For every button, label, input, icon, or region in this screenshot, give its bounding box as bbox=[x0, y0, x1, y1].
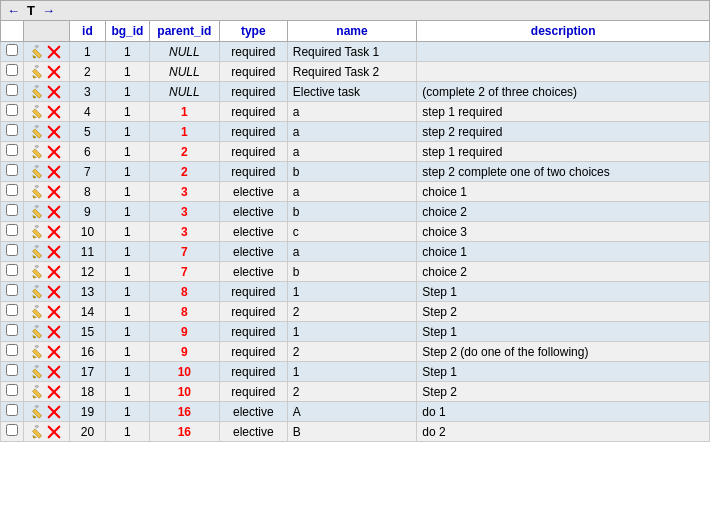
row-checkbox-cell bbox=[1, 382, 24, 402]
row-checkbox[interactable] bbox=[6, 244, 18, 256]
edit-icon[interactable] bbox=[31, 265, 45, 279]
delete-icon[interactable] bbox=[47, 145, 61, 159]
row-checkbox[interactable] bbox=[6, 264, 18, 276]
delete-icon[interactable] bbox=[47, 245, 61, 259]
row-actions-cell bbox=[24, 302, 70, 322]
row-checkbox[interactable] bbox=[6, 304, 18, 316]
row-parent-id: 1 bbox=[149, 102, 219, 122]
delete-icon[interactable] bbox=[47, 205, 61, 219]
row-id: 15 bbox=[69, 322, 105, 342]
edit-icon[interactable] bbox=[31, 285, 45, 299]
row-checkbox[interactable] bbox=[6, 84, 18, 96]
delete-icon[interactable] bbox=[47, 285, 61, 299]
row-checkbox[interactable] bbox=[6, 184, 18, 196]
delete-icon[interactable] bbox=[47, 425, 61, 439]
edit-icon[interactable] bbox=[31, 85, 45, 99]
edit-icon[interactable] bbox=[31, 405, 45, 419]
delete-icon[interactable] bbox=[47, 225, 61, 239]
delete-icon[interactable] bbox=[47, 85, 61, 99]
edit-icon[interactable] bbox=[31, 325, 45, 339]
edit-icon[interactable] bbox=[31, 425, 45, 439]
row-type: required bbox=[219, 322, 287, 342]
row-checkbox[interactable] bbox=[6, 44, 18, 56]
table-row: 17110required1Step 1 bbox=[1, 362, 710, 382]
row-checkbox-cell bbox=[1, 282, 24, 302]
svg-marker-85 bbox=[33, 395, 37, 398]
description-header[interactable]: description bbox=[417, 21, 710, 42]
row-checkbox[interactable] bbox=[6, 104, 18, 116]
svg-marker-95 bbox=[33, 435, 37, 438]
row-checkbox[interactable] bbox=[6, 204, 18, 216]
delete-icon[interactable] bbox=[47, 165, 61, 179]
delete-icon[interactable] bbox=[47, 405, 61, 419]
edit-icon[interactable] bbox=[31, 245, 45, 259]
row-checkbox-cell bbox=[1, 422, 24, 442]
row-actions-cell bbox=[24, 262, 70, 282]
type-header[interactable]: type bbox=[219, 21, 287, 42]
delete-icon[interactable] bbox=[47, 385, 61, 399]
row-bg-id: 1 bbox=[105, 62, 149, 82]
edit-icon[interactable] bbox=[31, 385, 45, 399]
name-header[interactable]: name bbox=[287, 21, 417, 42]
delete-icon[interactable] bbox=[47, 185, 61, 199]
row-checkbox[interactable] bbox=[6, 64, 18, 76]
next-arrow[interactable]: → bbox=[40, 3, 57, 18]
row-type: required bbox=[219, 302, 287, 322]
edit-icon[interactable] bbox=[31, 105, 45, 119]
edit-icon[interactable] bbox=[31, 45, 45, 59]
row-checkbox[interactable] bbox=[6, 424, 18, 436]
row-bg-id: 1 bbox=[105, 42, 149, 62]
row-parent-id: 9 bbox=[149, 342, 219, 362]
row-id: 18 bbox=[69, 382, 105, 402]
id-header[interactable]: id bbox=[69, 21, 105, 42]
bg-id-header[interactable]: bg_id bbox=[105, 21, 149, 42]
row-id: 4 bbox=[69, 102, 105, 122]
table-body: 11NULLrequiredRequired Task 1 21NULLrequ… bbox=[1, 42, 710, 442]
delete-icon[interactable] bbox=[47, 265, 61, 279]
svg-marker-80 bbox=[33, 375, 37, 378]
row-description: Step 1 bbox=[417, 322, 710, 342]
delete-icon[interactable] bbox=[47, 345, 61, 359]
row-checkbox[interactable] bbox=[6, 344, 18, 356]
edit-icon[interactable] bbox=[31, 225, 45, 239]
row-name: 1 bbox=[287, 322, 417, 342]
delete-icon[interactable] bbox=[47, 125, 61, 139]
row-checkbox[interactable] bbox=[6, 224, 18, 236]
delete-icon[interactable] bbox=[47, 325, 61, 339]
prev-arrow[interactable]: ← bbox=[5, 3, 22, 18]
svg-rect-32 bbox=[35, 165, 39, 168]
row-parent-id: 7 bbox=[149, 262, 219, 282]
edit-icon[interactable] bbox=[31, 65, 45, 79]
delete-icon[interactable] bbox=[47, 105, 61, 119]
row-type: required bbox=[219, 382, 287, 402]
row-checkbox[interactable] bbox=[6, 164, 18, 176]
row-checkbox[interactable] bbox=[6, 124, 18, 136]
delete-icon[interactable] bbox=[47, 45, 61, 59]
delete-icon[interactable] bbox=[47, 365, 61, 379]
row-id: 14 bbox=[69, 302, 105, 322]
edit-icon[interactable] bbox=[31, 345, 45, 359]
row-checkbox[interactable] bbox=[6, 144, 18, 156]
edit-icon[interactable] bbox=[31, 165, 45, 179]
edit-icon[interactable] bbox=[31, 365, 45, 379]
row-actions-cell bbox=[24, 202, 70, 222]
row-name: a bbox=[287, 182, 417, 202]
edit-icon[interactable] bbox=[31, 125, 45, 139]
edit-icon[interactable] bbox=[31, 185, 45, 199]
row-parent-id: 16 bbox=[149, 402, 219, 422]
edit-icon[interactable] bbox=[31, 305, 45, 319]
row-name: c bbox=[287, 222, 417, 242]
delete-icon[interactable] bbox=[47, 305, 61, 319]
svg-marker-0 bbox=[33, 55, 37, 58]
edit-icon[interactable] bbox=[31, 205, 45, 219]
parent-id-header[interactable]: parent_id bbox=[149, 21, 219, 42]
row-checkbox[interactable] bbox=[6, 284, 18, 296]
row-checkbox-cell bbox=[1, 162, 24, 182]
row-checkbox[interactable] bbox=[6, 404, 18, 416]
row-checkbox[interactable] bbox=[6, 384, 18, 396]
row-checkbox[interactable] bbox=[6, 324, 18, 336]
row-description: choice 3 bbox=[417, 222, 710, 242]
row-checkbox[interactable] bbox=[6, 364, 18, 376]
edit-icon[interactable] bbox=[31, 145, 45, 159]
delete-icon[interactable] bbox=[47, 65, 61, 79]
